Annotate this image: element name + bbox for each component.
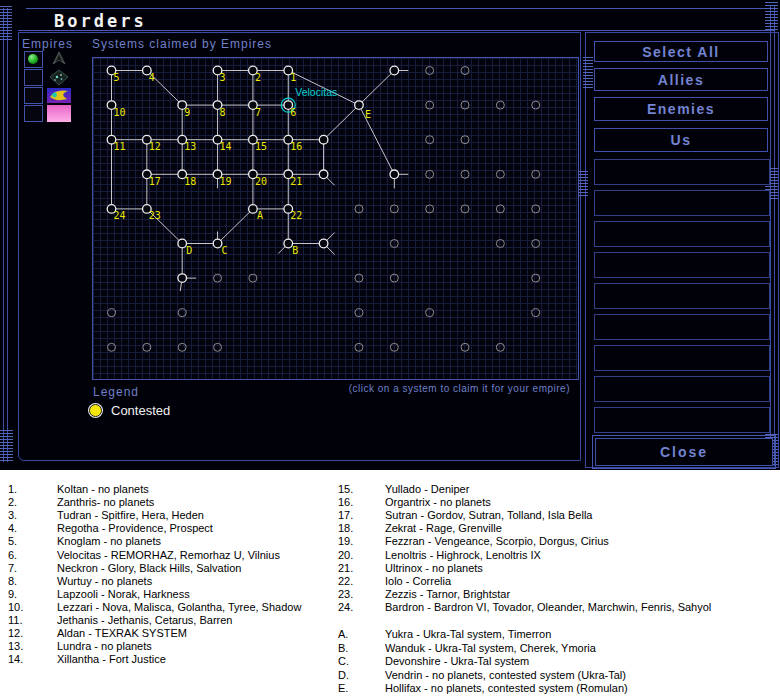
unclaimed-system-node[interactable] [390,274,398,282]
claimed-system-node[interactable] [319,239,328,248]
system-number: 18. [338,522,353,534]
close-button[interactable]: Close [595,438,773,466]
system-number-label: 4 [149,72,155,83]
unclaimed-system-node[interactable] [426,101,434,109]
empire-checkbox-1[interactable] [24,51,43,68]
claimed-system-node-C[interactable] [213,239,222,248]
empire-checkbox-4[interactable] [24,105,43,122]
system-number-label: 11 [114,141,126,152]
unclaimed-system-node[interactable] [496,170,504,178]
unclaimed-system-node[interactable] [496,205,504,213]
unclaimed-system-node[interactable] [532,309,540,317]
system-number: C. [338,655,349,667]
unclaimed-system-node[interactable] [390,343,398,351]
unclaimed-system-node[interactable] [108,343,116,351]
window-title: Borders [54,11,147,31]
unclaimed-system-node[interactable] [214,274,222,282]
system-name: Zezzis - Tarnor, Brightstar [385,588,510,600]
unclaimed-system-node[interactable] [496,240,504,248]
unclaimed-system-node[interactable] [355,343,363,351]
empty-button-slot[interactable] [594,252,770,278]
button-column: Select All Allies Enemies Us Close [585,32,779,468]
system-name: Regotha - Providence, Prospect [57,522,213,534]
unclaimed-system-node[interactable] [390,205,398,213]
empire-checkbox-3[interactable] [24,87,43,104]
system-number: 7. [8,562,17,574]
unclaimed-system-node[interactable] [355,205,363,213]
unclaimed-system-node[interactable] [532,205,540,213]
unclaimed-system-node[interactable] [355,309,363,317]
system-name: Velocitas - REMORHAZ, Remorhaz U, Vilniu… [57,549,280,561]
system-number-label: 18 [184,176,196,187]
unclaimed-system-node[interactable] [532,240,540,248]
empty-button-slot[interactable] [594,314,770,340]
system-name: Zanthris- no planets [57,496,154,508]
unclaimed-system-node[interactable] [532,274,540,282]
unclaimed-system-node[interactable] [214,343,222,351]
empty-button-slot[interactable] [594,345,770,371]
system-number: 3. [8,509,17,521]
system-name: Lezzari - Nova, Malisca, Golantha, Tyree… [57,601,301,613]
unclaimed-system-node[interactable] [178,309,186,317]
system-number: 12. [8,627,23,639]
system-number: D. [338,669,349,681]
unclaimed-system-node[interactable] [426,205,434,213]
us-button[interactable]: Us [594,128,768,152]
system-number: 6. [8,549,17,561]
claimed-system-node[interactable] [178,274,187,283]
systems-map[interactable]: 5432110987Velocitas6E1112131415161718192… [92,57,579,380]
unclaimed-system-node[interactable] [461,343,469,351]
unclaimed-system-node[interactable] [532,170,540,178]
unclaimed-system-node[interactable] [496,101,504,109]
system-number-label: 9 [184,107,190,118]
system-name: Yullado - Deniper [385,483,469,495]
claimed-system-node[interactable] [390,66,399,75]
unclaimed-system-node[interactable] [461,170,469,178]
dark-crest-icon [46,51,72,68]
unclaimed-system-node[interactable] [426,170,434,178]
unclaimed-system-node[interactable] [461,67,469,75]
unclaimed-system-node[interactable] [108,309,116,317]
enemies-button[interactable]: Enemies [594,97,768,121]
claimed-system-node-E[interactable] [355,101,364,110]
system-number: 2. [8,496,17,508]
system-name: Lundra - no planets [57,640,152,652]
unclaimed-system-node[interactable] [532,101,540,109]
system-number: 10. [8,601,23,613]
greeble [578,171,588,197]
empty-button-slot[interactable] [594,283,770,309]
system-number: 11. [8,614,22,626]
allies-button[interactable]: Allies [594,68,768,91]
empty-button-slot[interactable] [594,407,770,433]
unclaimed-system-node[interactable] [426,136,434,144]
selected-system-label: Velocitas [295,86,337,98]
empty-button-slot[interactable] [594,190,770,216]
system-name: Devonshire - Ukra-Tal system [385,655,529,667]
system-name: Neckron - Glory, Black Hills, Salvation [57,562,241,574]
unclaimed-system-node[interactable] [496,343,504,351]
system-number-label: 19 [220,176,232,187]
system-number-label: 10 [114,107,126,118]
starmap-svg[interactable]: 5432110987Velocitas6E1112131415161718192… [93,58,576,377]
empty-button-slot[interactable] [594,159,770,185]
system-name: Yukra - Ukra-Tal system, Timerron [385,628,551,640]
unclaimed-system-node[interactable] [178,343,186,351]
unclaimed-system-node[interactable] [143,343,151,351]
system-name: Organtrix - no planets [385,496,491,508]
claimed-system-node[interactable] [390,170,399,179]
empire-checkbox-2[interactable] [24,69,43,86]
claimed-system-node-B[interactable] [284,239,293,248]
empty-button-slot[interactable] [594,376,770,402]
empty-button-slot[interactable] [594,221,770,247]
unclaimed-system-node[interactable] [461,136,469,144]
claimed-system-node[interactable] [319,135,328,144]
unclaimed-system-node[interactable] [426,309,434,317]
unclaimed-system-node[interactable] [249,274,257,282]
unclaimed-system-node[interactable] [390,240,398,248]
unclaimed-system-node[interactable] [461,205,469,213]
unclaimed-system-node[interactable] [461,101,469,109]
unclaimed-system-node[interactable] [355,274,363,282]
unclaimed-system-node[interactable] [426,67,434,75]
claimed-system-node[interactable] [319,170,328,179]
select-all-button[interactable]: Select All [594,41,768,62]
